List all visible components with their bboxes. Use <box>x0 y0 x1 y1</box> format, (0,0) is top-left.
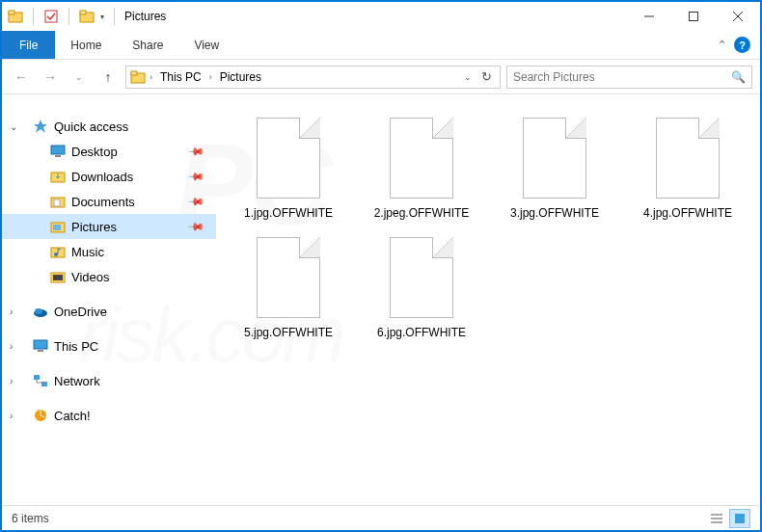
file-item[interactable]: 2.jpeg.OFFWHITE <box>365 118 478 220</box>
search-icon[interactable]: 🔍 <box>731 70 746 84</box>
file-icon <box>390 237 453 318</box>
nav-label: Downloads <box>71 170 133 184</box>
file-tab[interactable]: File <box>2 31 55 59</box>
catch-icon <box>33 408 48 423</box>
nav-downloads[interactable]: Downloads 📌 <box>2 164 216 189</box>
nav-label: Network <box>54 374 100 388</box>
file-item[interactable]: 4.jpg.OFFWHITE <box>631 118 745 220</box>
svg-point-24 <box>35 308 42 314</box>
nav-videos[interactable]: Videos <box>2 264 216 289</box>
title-bar: ▾ Pictures <box>2 2 760 31</box>
help-icon[interactable]: ? <box>734 37 750 53</box>
file-item[interactable]: 6.jpg.OFFWHITE <box>365 237 478 339</box>
file-name: 6.jpg.OFFWHITE <box>377 326 466 339</box>
nav-pictures[interactable]: Pictures 📌 <box>2 214 216 239</box>
file-name: 1.jpg.OFFWHITE <box>244 206 333 220</box>
pin-icon: 📌 <box>186 142 204 160</box>
chevron-right-icon[interactable]: › <box>10 411 13 421</box>
svg-rect-13 <box>55 155 61 157</box>
up-button[interactable]: ↑ <box>96 66 120 89</box>
chevron-right-icon[interactable]: › <box>10 306 13 317</box>
search-placeholder: Search Pictures <box>513 70 731 84</box>
chevron-right-icon[interactable]: › <box>150 72 152 82</box>
tab-view[interactable]: View <box>178 31 234 59</box>
pin-icon: 📌 <box>186 192 204 210</box>
tab-share[interactable]: Share <box>117 31 178 59</box>
forward-button[interactable]: → <box>39 66 62 89</box>
chevron-down-icon[interactable]: ⌄ <box>10 121 17 132</box>
thumbnails-view-button[interactable] <box>729 509 750 528</box>
pictures-icon <box>50 219 66 234</box>
file-item[interactable]: 5.jpg.OFFWHITE <box>231 237 345 339</box>
nav-catch[interactable]: › Catch! <box>2 403 216 428</box>
breadcrumb-pictures[interactable]: Pictures <box>216 70 265 84</box>
file-icon <box>523 118 586 199</box>
properties-icon[interactable] <box>43 9 59 24</box>
address-bar[interactable]: › This PC › Pictures ⌄ ↻ <box>125 66 501 89</box>
pin-icon: 📌 <box>186 217 204 235</box>
maximize-button[interactable] <box>671 2 716 31</box>
network-icon <box>33 373 48 388</box>
nav-label: Pictures <box>71 220 117 234</box>
recent-dropdown-icon[interactable]: ⌄ <box>68 66 91 89</box>
qat-dropdown-icon[interactable]: ▾ <box>100 13 104 21</box>
nav-label: Desktop <box>71 145 118 159</box>
chevron-right-icon[interactable]: › <box>10 341 13 352</box>
nav-label: Music <box>71 245 104 259</box>
address-dropdown-icon[interactable]: ⌄ <box>464 72 472 82</box>
documents-icon <box>50 194 66 209</box>
file-item[interactable]: 1.jpg.OFFWHITE <box>231 118 345 220</box>
folder-icon[interactable] <box>79 9 95 24</box>
nav-desktop[interactable]: Desktop 📌 <box>2 139 216 164</box>
separator <box>114 8 115 25</box>
file-item[interactable]: 3.jpg.OFFWHITE <box>498 118 612 220</box>
svg-rect-22 <box>53 275 63 280</box>
file-icon <box>656 118 720 199</box>
svg-rect-26 <box>38 350 43 352</box>
svg-rect-27 <box>34 375 40 380</box>
svg-rect-2 <box>45 11 57 22</box>
pin-icon: 📌 <box>186 167 204 185</box>
file-name: 4.jpg.OFFWHITE <box>643 206 732 220</box>
nav-quick-access[interactable]: ⌄ Quick access <box>2 114 216 139</box>
nav-documents[interactable]: Documents 📌 <box>2 189 216 214</box>
ribbon: File Home Share View ⌃ ? <box>2 31 760 60</box>
minimize-button[interactable] <box>627 2 671 31</box>
file-name: 5.jpg.OFFWHITE <box>244 326 333 339</box>
onedrive-icon <box>33 304 48 319</box>
downloads-icon <box>50 169 66 184</box>
chevron-right-icon[interactable]: › <box>10 376 13 386</box>
separator <box>68 8 69 25</box>
close-button[interactable] <box>716 2 760 31</box>
quick-access-toolbar: ▾ Pictures <box>2 8 166 25</box>
svg-rect-10 <box>131 71 137 75</box>
details-view-button[interactable] <box>706 509 727 528</box>
collapse-ribbon-icon[interactable]: ⌃ <box>718 39 726 51</box>
nav-label: Documents <box>71 195 135 209</box>
view-switcher <box>706 509 750 528</box>
refresh-icon[interactable]: ↻ <box>477 69 496 84</box>
breadcrumb-this-pc[interactable]: This PC <box>156 70 205 84</box>
nav-label: Videos <box>71 270 110 284</box>
search-input[interactable]: Search Pictures 🔍 <box>506 66 752 89</box>
file-icon <box>390 118 453 199</box>
folder-icon <box>8 9 23 24</box>
chevron-right-icon[interactable]: › <box>209 72 212 82</box>
tab-home[interactable]: Home <box>55 31 117 59</box>
nav-label: This PC <box>54 339 98 354</box>
nav-music[interactable]: Music <box>2 239 216 264</box>
back-button[interactable]: ← <box>10 66 33 89</box>
window-controls <box>627 2 760 31</box>
navigation-row: ← → ⌄ ↑ › This PC › Pictures ⌄ ↻ Search … <box>2 60 760 94</box>
main-area: PC risk.com ⌄ Quick access Desktop 📌 Dow… <box>2 94 760 503</box>
item-count: 6 items <box>12 512 49 525</box>
nav-onedrive[interactable]: › OneDrive <box>2 299 216 324</box>
nav-network[interactable]: › Network <box>2 368 216 393</box>
music-icon <box>50 244 66 259</box>
videos-icon <box>50 269 66 284</box>
nav-this-pc[interactable]: › This PC <box>2 333 216 359</box>
svg-rect-18 <box>53 225 61 230</box>
file-name: 2.jpeg.OFFWHITE <box>374 206 470 220</box>
file-list[interactable]: 1.jpg.OFFWHITE 2.jpeg.OFFWHITE 3.jpg.OFF… <box>216 94 760 503</box>
svg-marker-11 <box>34 120 47 133</box>
